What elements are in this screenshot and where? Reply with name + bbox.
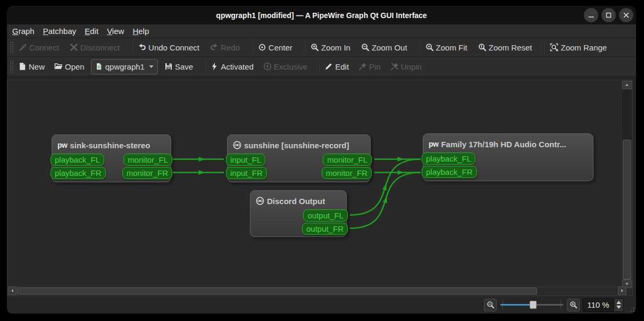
scroll-up-button[interactable] [622,81,632,89]
title-bar[interactable]: qpwgraph1 [modified] — A PipeWire Graph … [7,6,636,24]
toolbar-handle[interactable] [10,41,13,53]
zoom-spin-buttons[interactable] [614,299,623,311]
zoom-reset-button[interactable]: Zoom Reset [473,38,538,56]
toolbar-button-label: Zoom Reset [489,43,532,52]
node-header: sunshine [sunshine-record] [228,135,370,152]
activated-button[interactable]: Activated [205,57,258,76]
maximize-button[interactable] [601,8,616,22]
unpin-icon [390,62,399,71]
horizontal-scroll-thumb[interactable] [17,288,537,294]
zoom-range-button[interactable]: Zoom Range [545,38,612,56]
patchbay-combo[interactable]: qpwgraph1 [91,59,158,74]
toolbar-button-label: Edit [335,62,349,71]
menu-edit[interactable]: Edit [80,26,103,37]
port-input-playback_FR[interactable]: playback_FR [51,167,106,179]
menu-patchbay[interactable]: Patchbay [39,26,81,37]
redo-button[interactable]: Redo [205,38,245,56]
new-button[interactable]: New [13,57,49,76]
node-sink[interactable]: pwsink-sunshine-stereoplayback_FLmonitor… [52,134,171,182]
combo-dropdown-icon [149,65,154,69]
zoom-out-button[interactable]: Zoom Out [356,38,413,56]
minimize-button[interactable] [584,8,598,22]
menu-help[interactable]: Help [128,26,153,37]
node-header: pwsink-sunshine-stereo [52,135,171,152]
zoom-slider[interactable] [500,300,563,310]
toolbar-button-label: Save [175,62,193,71]
open-icon [54,62,63,71]
port-input-input_FR[interactable]: input_FR [226,167,267,179]
pin-button[interactable]: Pin [354,57,386,76]
center-icon [258,43,266,52]
bolt-icon [210,62,219,71]
slider-handle[interactable] [530,301,537,309]
scroll-right-button[interactable] [618,286,626,295]
toolbar-button-label: Undo Connect [148,43,199,52]
horizontal-scrollbar[interactable] [8,286,626,295]
wire-arrow [398,170,405,174]
toolbar-button-label: Exclusive [274,62,307,71]
zoom-fit-button[interactable]: Zoom Fit [420,38,473,56]
vertical-scrollbar[interactable] [621,81,632,288]
port-output-monitor_FL[interactable]: monitor_FL [123,154,172,166]
port-row: output_FR [250,223,346,235]
open-button[interactable]: Open [49,57,89,76]
patchbay-file-icon [95,63,103,70]
node-discord[interactable]: Discord Outputoutput_FLoutput_FR [250,190,347,237]
pw-icon: pw [429,140,438,148]
toolbar-button-label: Zoom Fit [436,43,467,52]
port-row: output_FL [250,209,346,222]
graph-canvas[interactable]: pwsink-sunshine-stereoplayback_FLmonitor… [7,80,633,296]
port-input-input_FL[interactable]: input_FL [226,154,265,166]
scroll-left-button[interactable] [8,286,16,295]
undo-connect-button[interactable]: Undo Connect [132,38,205,56]
unpin-button[interactable]: Unpin [386,57,426,76]
patchbay-combo-value: qpwgraph1 [105,62,145,71]
exclusive-button[interactable]: Exclusive [258,57,312,76]
toolbar-button-label: Center [269,43,292,52]
toolbar-button-label: Pin [369,62,381,71]
connect-icon [19,43,27,52]
node-sunshine[interactable]: sunshine [sunshine-record]input_FLmonito… [227,134,371,182]
status-bar: 110 % [7,296,636,314]
toolbar-button-label: Connect [29,43,59,52]
port-input-playback_FL[interactable]: playback_FL [422,153,475,165]
toolbar-handle[interactable] [10,61,13,72]
menu-graph[interactable]: Graph [8,26,39,37]
menu-view[interactable]: View [103,26,128,37]
wire-arrow [382,183,389,190]
status-zoom-out-button[interactable] [484,299,497,311]
edit-button[interactable]: Edit [320,57,354,76]
port-output-monitor_FL[interactable]: monitor_FL [323,154,372,166]
save-button[interactable]: Save [160,57,198,76]
port-row: input_FLmonitor_FL [228,154,370,166]
port-row: input_FRmonitor_FR [228,167,370,179]
status-zoom-in-button[interactable] [567,299,580,311]
new-icon [18,62,27,71]
port-output-monitor_FR[interactable]: monitor_FR [122,167,172,179]
save-icon [164,62,173,71]
redo-icon [210,43,219,52]
zoom-spinbox[interactable]: 110 % [582,298,624,312]
toolbar-button-label: Open [65,62,85,71]
port-input-playback_FL[interactable]: playback_FL [51,154,104,166]
disconnect-button[interactable]: Disconnect [64,38,125,56]
vertical-scroll-thumb[interactable] [623,140,631,280]
menu-bar: GraphPatchbayEditViewHelp [7,24,636,38]
toolbar-button-label: Redo [221,43,240,52]
toolbar-button-label: Zoom In [321,43,350,52]
port-input-playback_FR[interactable]: playback_FR [422,166,477,178]
node-family[interactable]: pwFamily 17h/19h HD Audio Contr...playba… [423,133,593,181]
node-title: sink-sunshine-stereo [70,141,150,150]
node-title: Family 17h/19h HD Audio Contr... [441,140,566,149]
slider-fill [500,304,533,306]
port-output-monitor_FR[interactable]: monitor_FR [322,167,372,179]
spin-down-icon [616,306,621,309]
undo-icon [138,43,146,52]
port-output-output_FL[interactable]: output_FL [303,209,348,222]
close-button[interactable] [619,8,633,22]
edit-icon [324,62,333,71]
zoom-in-button[interactable]: Zoom In [305,38,356,56]
center-button[interactable]: Center [253,38,298,56]
connect-button[interactable]: Connect [13,38,64,56]
port-output-output_FR[interactable]: output_FR [302,223,348,235]
